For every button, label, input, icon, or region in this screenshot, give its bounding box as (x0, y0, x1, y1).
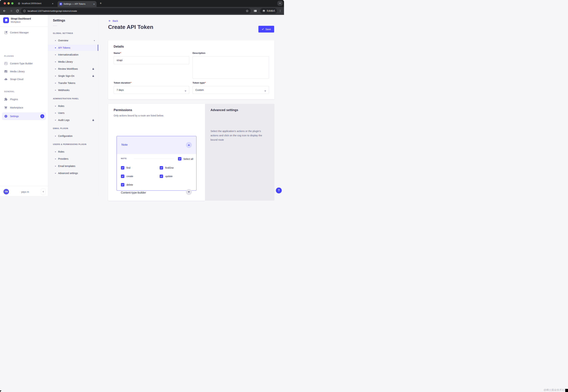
select-all-label[interactable]: Select all (183, 158, 193, 160)
collapse-accordion-button[interactable] (186, 142, 192, 148)
site-info-button[interactable] (23, 10, 26, 13)
kebab-menu-icon (279, 10, 282, 12)
sidebar-item-label: Marketplace (10, 106, 23, 109)
subnav-item-media-library[interactable]: Media Library (48, 59, 98, 65)
sidebar-item-plugins[interactable]: Plugins (0, 96, 48, 102)
help-button[interactable]: ? (276, 187, 282, 193)
checkbox-create[interactable] (121, 175, 124, 178)
browser-menu-button[interactable] (278, 9, 282, 13)
checkbox-delete[interactable] (121, 183, 124, 186)
sidebar-item-marketplace[interactable]: Marketplace (0, 104, 48, 111)
note-accordion-header[interactable]: Note (117, 136, 196, 154)
sidebar-collapse-button[interactable] (41, 188, 45, 195)
back-button[interactable] (2, 9, 7, 13)
tab-title: localhost:3000/client (22, 2, 51, 5)
action-label-find[interactable]: find (126, 166, 130, 169)
subnav-item-advanced-settings[interactable]: Advanced settings (48, 170, 98, 176)
divider (53, 26, 57, 26)
sidebar-item-strapi-cloud[interactable]: Strapi Cloud (0, 76, 48, 82)
puzzle-icon (4, 98, 8, 101)
checkbox-findOne[interactable] (160, 166, 163, 169)
action-label-create[interactable]: create (126, 175, 133, 178)
info-icon (23, 10, 26, 13)
sidebar-item-content-manager[interactable]: Content Manager (0, 29, 48, 36)
side-panel-icon (254, 9, 257, 13)
sidebar-item-media-library[interactable]: Media Library (0, 68, 48, 75)
check-icon (160, 167, 162, 169)
subnav-item-admin-users[interactable]: Users (48, 110, 98, 116)
subnav-item-email-configuration[interactable]: Configuration (48, 133, 98, 139)
token-type-select[interactable]: Custom (193, 86, 269, 94)
save-button[interactable]: Save (258, 26, 274, 32)
bookmark-button[interactable] (246, 9, 249, 13)
check-icon (122, 184, 124, 186)
name-label: Name* (114, 52, 121, 54)
layout-icon (4, 62, 8, 65)
note-group-label: NOTE (121, 157, 127, 159)
subnav-item-api-tokens[interactable]: API Tokens (48, 45, 98, 51)
checkbox-update[interactable] (160, 175, 163, 178)
arrow-left-icon (3, 9, 6, 13)
side-panel-button[interactable] (253, 9, 257, 13)
action-label-update[interactable]: update (165, 175, 173, 178)
subnav-group-users-permissions-plugin: USERS & PERMISSIONS PLUGIN (53, 143, 86, 145)
subnav-item-label: Users (58, 112, 65, 114)
forward-button[interactable] (9, 9, 13, 13)
subnav-item-providers[interactable]: Providers (48, 156, 98, 162)
back-link[interactable]: Back (108, 19, 118, 22)
tab-search-button[interactable] (277, 1, 283, 6)
tab-close-icon[interactable]: × (52, 2, 54, 5)
notification-dot (94, 40, 95, 41)
details-card: Details Name* Description Token duration… (108, 40, 275, 99)
token-duration-select[interactable]: 7 days (114, 86, 189, 94)
window-minimize-button[interactable] (7, 2, 10, 4)
content-type-builder-accordion[interactable]: Content-type-builder (108, 189, 205, 196)
settings-notification-badge: 1 (40, 114, 44, 118)
token-duration-label: Token duration* (114, 82, 131, 84)
name-input[interactable] (114, 56, 189, 64)
address-bar[interactable]: localhost:1337/admin/settings/api-tokens… (21, 8, 251, 14)
subnav-item-overview[interactable]: Overview (48, 37, 98, 43)
action-label-delete[interactable]: delete (126, 183, 133, 186)
avatar[interactable]: YM (3, 189, 9, 195)
workspace-switcher[interactable]: Strapi Dashboard Workplace (3, 17, 46, 24)
permissions-heading: Permissions (114, 108, 132, 112)
subnav-item-transfer-tokens[interactable]: Transfer Tokens (48, 80, 98, 86)
checkbox-find[interactable] (121, 166, 124, 169)
token-type-label: Token type* (193, 82, 206, 84)
subnav-item-audit-logs[interactable]: Audit Logs (48, 117, 98, 123)
window-close-button[interactable] (4, 2, 6, 4)
subnav-item-internationalization[interactable]: Internationalization (48, 52, 98, 58)
url-text[interactable]: localhost:1337/admin/settings/api-tokens… (28, 10, 246, 12)
sidebar-item-content-type-builder[interactable]: Content-Type Builder (0, 60, 48, 67)
sidebar-item-settings[interactable]: Settings 1 (2, 112, 46, 120)
subnav-item-label: Review Workflows (58, 68, 78, 70)
expand-accordion-button[interactable] (186, 189, 192, 195)
subnav-item-single-sign-on[interactable]: Single Sign-On (48, 73, 98, 79)
chevron-down-icon (185, 89, 186, 92)
token-duration-value: 7 days (117, 89, 124, 91)
lock-icon (92, 119, 95, 121)
subnav-item-review-workflows[interactable]: Review Workflows (48, 66, 98, 72)
strapi-logo (3, 17, 9, 23)
required-asterisk: * (205, 82, 206, 84)
action-label-findOne[interactable]: findOne (165, 166, 174, 169)
subnav-item-up-roles[interactable]: Roles (48, 149, 98, 155)
subnav-item-admin-roles[interactable]: Roles (48, 103, 98, 109)
tab-title: Settings — API Tokens (63, 3, 92, 5)
tab-settings-api-tokens[interactable]: Settings — API Tokens × (58, 1, 97, 7)
lock-icon (92, 68, 95, 70)
user-name[interactable]: yayu m (17, 190, 33, 193)
tab-close-icon[interactable]: × (93, 3, 95, 5)
tab-localhost-client[interactable]: localhost:3000/client × (16, 0, 55, 7)
star-icon (246, 9, 249, 13)
subnav-item-email-templates[interactable]: Email templates (48, 163, 98, 169)
advanced-settings-heading: Advanced settings (210, 108, 238, 112)
window-zoom-button[interactable] (11, 2, 14, 4)
new-tab-button[interactable]: + (98, 1, 103, 6)
description-textarea[interactable] (193, 56, 269, 79)
accordion-title: Content-type-builder (121, 191, 146, 194)
reload-button[interactable] (15, 9, 19, 13)
select-all-checkbox[interactable] (178, 157, 181, 161)
subnav-item-webhooks[interactable]: Webhooks (48, 87, 98, 93)
